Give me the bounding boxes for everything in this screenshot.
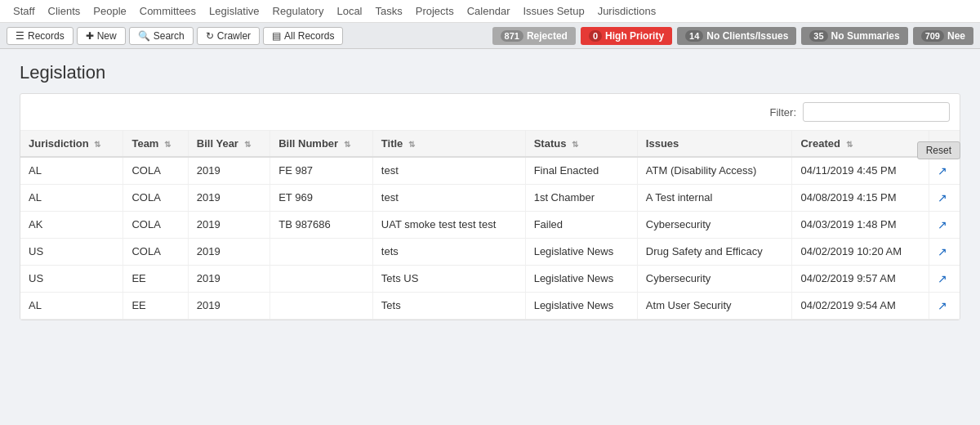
reset-button[interactable]: Reset <box>917 141 960 159</box>
nav-local[interactable]: Local <box>330 2 368 20</box>
sort-icon-team: ⇅ <box>164 140 171 149</box>
nav-calendar[interactable]: Calendar <box>461 2 517 20</box>
table-row: USEE2019Tets USLegislative NewsCybersecu… <box>20 266 960 293</box>
cell-jurisdiction: US <box>20 266 123 293</box>
no-clients-badge[interactable]: 14 No Clients/Issues <box>677 27 796 45</box>
legislation-container: Filter: Jurisdiction ⇅ Team ⇅ Bill Year <box>20 93 960 320</box>
nav-tasks[interactable]: Tasks <box>369 2 409 20</box>
crawler-button[interactable]: ↻ Crawler <box>197 27 260 45</box>
cell-status: Final Enacted <box>525 157 637 185</box>
cell-bill-number: TB 987686 <box>270 212 373 239</box>
need-count: 709 <box>921 30 944 42</box>
cell-jurisdiction: AK <box>20 212 123 239</box>
nav-staff[interactable]: Staff <box>7 2 42 20</box>
filter-input[interactable] <box>803 102 950 122</box>
filter-bar: Filter: <box>20 94 960 131</box>
need-label: Nee <box>947 30 965 42</box>
cell-open[interactable]: ↗ <box>929 212 960 239</box>
col-bill-year[interactable]: Bill Year ⇅ <box>188 131 270 157</box>
cell-status: Failed <box>525 212 637 239</box>
no-summaries-badge[interactable]: 35 No Summaries <box>801 27 907 45</box>
nav-projects[interactable]: Projects <box>409 2 461 20</box>
sort-icon-bill-year: ⇅ <box>244 140 251 149</box>
plus-icon: ✚ <box>86 30 94 42</box>
external-link-icon[interactable]: ↗ <box>938 164 947 177</box>
cell-team: EE <box>123 293 188 320</box>
nav-regulatory[interactable]: Regulatory <box>266 2 331 20</box>
cell-bill-year: 2019 <box>188 293 270 320</box>
cell-jurisdiction: AL <box>20 293 123 320</box>
cell-jurisdiction: AL <box>20 185 123 212</box>
toolbar-left: ☰ Records ✚ New 🔍 Search ↻ Crawler ▤ All… <box>7 27 343 45</box>
cell-open[interactable]: ↗ <box>929 157 960 185</box>
cell-issues: Cybersecurity <box>637 212 792 239</box>
cell-status: Legislative News <box>525 293 637 320</box>
cell-created: 04/02/2019 9:54 AM <box>792 293 929 320</box>
cell-bill-year: 2019 <box>188 185 270 212</box>
search-icon: 🔍 <box>138 30 150 42</box>
cell-title: test <box>372 185 525 212</box>
high-priority-badge[interactable]: 0 High Priority <box>581 27 672 45</box>
external-link-icon[interactable]: ↗ <box>938 299 947 312</box>
cell-created: 04/02/2019 10:20 AM <box>792 239 929 266</box>
cell-issues: Drug Safety and Efficacy <box>637 239 792 266</box>
no-summaries-count: 35 <box>809 30 827 42</box>
nav-committees[interactable]: Committees <box>133 2 203 20</box>
cell-jurisdiction: US <box>20 239 123 266</box>
table-row: ALCOLA2019FE 987testFinal EnactedATM (Di… <box>20 157 960 185</box>
col-jurisdiction[interactable]: Jurisdiction ⇅ <box>20 131 123 157</box>
cell-bill-number <box>270 239 373 266</box>
cell-bill-number: FE 987 <box>270 157 373 185</box>
records-button[interactable]: ☰ Records <box>7 27 74 45</box>
nav-legislative[interactable]: Legislative <box>203 2 265 20</box>
cell-open[interactable]: ↗ <box>929 239 960 266</box>
nav-jurisdictions[interactable]: Jurisdictions <box>591 2 663 20</box>
sort-icon-title: ⇅ <box>408 140 415 149</box>
cell-bill-year: 2019 <box>188 212 270 239</box>
table-row: USCOLA2019tetsLegislative NewsDrug Safet… <box>20 239 960 266</box>
top-nav: Staff Clients People Committees Legislat… <box>0 0 980 23</box>
cell-created: 04/08/2019 4:15 PM <box>792 185 929 212</box>
cell-issues: ATM (Disability Access) <box>637 157 792 185</box>
main-content: Legislation Reset Filter: Jurisdiction ⇅… <box>0 49 980 333</box>
cell-team: COLA <box>123 185 188 212</box>
sort-icon-created: ⇅ <box>846 140 853 149</box>
search-button[interactable]: 🔍 Search <box>129 27 194 45</box>
nav-issues-setup[interactable]: Issues Setup <box>516 2 590 20</box>
cell-team: EE <box>123 266 188 293</box>
external-link-icon[interactable]: ↗ <box>938 272 947 285</box>
cell-open[interactable]: ↗ <box>929 293 960 320</box>
high-priority-count: 0 <box>589 30 602 42</box>
table-row: ALEE2019TetsLegislative NewsAtm User Sec… <box>20 293 960 320</box>
cell-status: 1st Chamber <box>525 185 637 212</box>
new-button[interactable]: ✚ New <box>77 27 126 45</box>
nav-people[interactable]: People <box>87 2 132 20</box>
cell-open[interactable]: ↗ <box>929 266 960 293</box>
col-status[interactable]: Status ⇅ <box>525 131 637 157</box>
cell-bill-year: 2019 <box>188 157 270 185</box>
need-badge[interactable]: 709 Nee <box>913 27 973 45</box>
cell-created: 04/03/2019 1:48 PM <box>792 212 929 239</box>
sort-icon-bill-number: ⇅ <box>344 140 350 149</box>
high-priority-label: High Priority <box>605 30 664 42</box>
col-team[interactable]: Team ⇅ <box>123 131 188 157</box>
table-row: ALCOLA2019ET 969test1st ChamberA Test in… <box>20 185 960 212</box>
cell-open[interactable]: ↗ <box>929 185 960 212</box>
external-link-icon[interactable]: ↗ <box>938 218 947 231</box>
col-created[interactable]: Created ⇅ <box>792 131 929 157</box>
no-clients-count: 14 <box>685 30 703 42</box>
col-issues: Issues <box>637 131 792 157</box>
cell-bill-number <box>270 266 373 293</box>
cell-issues: A Test internal <box>637 185 792 212</box>
col-title[interactable]: Title ⇅ <box>372 131 525 157</box>
col-bill-number[interactable]: Bill Number ⇅ <box>270 131 373 157</box>
rejected-count: 871 <box>501 30 523 42</box>
external-link-icon[interactable]: ↗ <box>938 245 947 258</box>
all-records-button[interactable]: ▤ All Records <box>263 27 343 45</box>
page-title: Legislation <box>20 62 960 83</box>
nav-clients[interactable]: Clients <box>42 2 87 20</box>
external-link-icon[interactable]: ↗ <box>938 191 947 204</box>
rejected-badge[interactable]: 871 Rejected <box>492 27 576 45</box>
table-row: AKCOLA2019TB 987686UAT smoke test test t… <box>20 212 960 239</box>
sort-icon-jurisdiction: ⇅ <box>94 140 100 149</box>
